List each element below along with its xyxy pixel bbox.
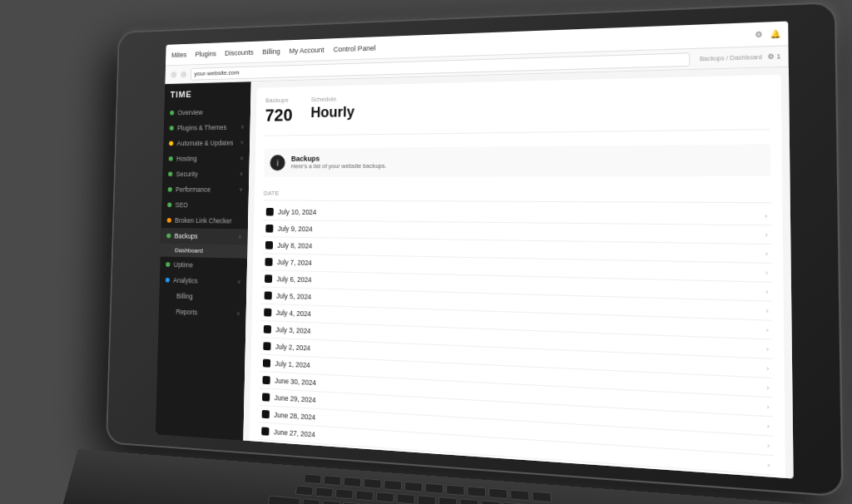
plugins-chevron: ∨ — [240, 124, 245, 131]
tablet-wrapper: Mites Plugins Discounts Billing My Accou… — [43, 15, 809, 489]
sidebar-label-dashboard: Dashboard — [175, 247, 203, 254]
key — [467, 487, 486, 497]
content-inner: Backups 720 Schedule Hourly i — [248, 75, 785, 479]
sidebar-item-performance[interactable]: Performance ∨ — [162, 182, 249, 198]
sidebar-item-seo[interactable]: SEO — [161, 197, 249, 213]
notification-icon[interactable]: 🔔 — [770, 29, 781, 38]
sidebar-item-backups[interactable]: Backups ∧ — [161, 228, 248, 245]
sidebar-label-billing: Billing — [176, 292, 193, 300]
backup-row-chevron: › — [765, 289, 768, 295]
performance-chevron: ∨ — [239, 186, 243, 193]
sidebar-item-uptime[interactable]: Uptime — [160, 256, 247, 274]
analytics-chevron: ∨ — [237, 279, 241, 285]
reports-chevron: ∨ — [236, 310, 240, 317]
backup-file-icon — [261, 427, 269, 435]
backup-file-icon — [264, 325, 271, 334]
backups-value: 720 — [265, 105, 292, 126]
nav-account[interactable]: My Account — [289, 46, 324, 55]
backup-row-chevron: › — [767, 462, 770, 468]
key — [404, 482, 422, 492]
sidebar-label-security: Security — [176, 170, 198, 178]
backup-row-chevron: › — [765, 231, 768, 238]
hosting-dot — [169, 156, 173, 161]
overview-dot — [170, 111, 174, 116]
gear-icon[interactable]: ⚙ — [755, 30, 762, 39]
nav-mites[interactable]: Mites — [171, 51, 186, 59]
schedule-value: Hourly — [310, 104, 354, 121]
backup-row-chevron: › — [767, 422, 770, 429]
info-box: i Backups Here's a list of your website … — [264, 144, 770, 177]
sidebar-logo: TIME — [165, 82, 251, 105]
nav-discounts[interactable]: Discounts — [225, 48, 254, 57]
sidebar-label-analytics: Analytics — [173, 276, 198, 284]
forward-button[interactable] — [181, 71, 186, 77]
sidebar-item-automate[interactable]: Automate & Updates ∨ — [163, 135, 250, 151]
tablet-body: Mites Plugins Discounts Billing My Accou… — [106, 2, 844, 497]
info-title: Backups — [291, 154, 387, 162]
security-chevron: ∨ — [240, 170, 244, 177]
backup-row-chevron: › — [766, 346, 769, 353]
security-dot — [168, 172, 172, 177]
key — [322, 500, 340, 504]
key — [323, 475, 341, 486]
sidebar-item-broken-link[interactable]: Broken Link Checker — [161, 213, 249, 230]
sidebar-label-reports: Reports — [176, 308, 197, 316]
key — [375, 492, 394, 502]
backup-file-icon — [265, 258, 272, 266]
sidebar-label-overview: Overview — [177, 108, 203, 116]
hosting-chevron: ∨ — [240, 156, 244, 162]
sidebar-item-security[interactable]: Security ∨ — [162, 166, 249, 182]
sidebar-item-plugins[interactable]: Plugins & Themes ∨ — [164, 119, 250, 136]
sidebar-label-backups: Backups — [174, 232, 197, 240]
top-nav: Mites Plugins Discounts Billing My Accou… — [171, 43, 376, 58]
sidebar-label-hosting: Hosting — [176, 155, 197, 162]
backups-label: Backups — [265, 96, 293, 104]
sidebar-item-hosting[interactable]: Hosting ∨ — [163, 151, 250, 166]
top-bar-right: ⚙ 🔔 — [755, 29, 780, 39]
sidebar-item-overview[interactable]: Overview — [164, 104, 250, 121]
uptime-dot — [166, 262, 170, 267]
back-button[interactable] — [171, 72, 176, 78]
stat-schedule: Schedule Hourly — [310, 95, 354, 125]
nav-control[interactable]: Control Panel — [334, 43, 376, 52]
automate-chevron: ∨ — [240, 140, 245, 146]
backup-date: July 10, 2024 — [278, 208, 765, 220]
key — [459, 498, 478, 504]
info-icon: i — [270, 155, 285, 170]
tablet: Mites Plugins Discounts Billing My Accou… — [77, 2, 844, 504]
sidebar-item-reports[interactable]: Reports ∨ — [159, 304, 246, 323]
key — [384, 480, 402, 491]
breadcrumb: Backups / Dashboard — [700, 54, 762, 62]
backup-file-icon — [262, 410, 270, 418]
backup-row-chevron: › — [767, 403, 770, 410]
backup-date: July 9, 2024 — [278, 225, 765, 239]
sidebar: TIME Overview Plugins & Themes ∨ Automat… — [156, 82, 251, 440]
key — [315, 487, 333, 497]
key — [438, 497, 457, 504]
backups-dot — [166, 234, 171, 239]
schedule-label: Schedule — [311, 95, 355, 103]
key — [343, 477, 361, 487]
sidebar-label-uptime: Uptime — [174, 260, 193, 269]
sidebar-label-plugins: Plugins & Themes — [177, 123, 227, 131]
nav-billing[interactable]: Billing — [262, 47, 280, 56]
sidebar-label-broken-link: Broken Link Checker — [175, 216, 232, 225]
backup-list-header: DATE — [263, 186, 770, 203]
url-text: your-website.com — [194, 69, 239, 77]
key — [396, 493, 414, 504]
sidebar-label-automate: Automate & Updates — [176, 139, 233, 147]
key — [334, 488, 353, 499]
key — [481, 500, 500, 504]
nav-plugins[interactable]: Plugins — [195, 49, 216, 57]
backup-file-icon — [263, 359, 270, 368]
backup-list: July 10, 2024›July 9, 2024›July 8, 2024›… — [258, 204, 775, 478]
backups-chevron: ∧ — [238, 234, 242, 240]
settings-icon[interactable]: ⚙ 1 — [768, 52, 781, 61]
backup-row-chevron: › — [765, 250, 768, 257]
key — [446, 485, 464, 496]
backup-file-icon — [265, 291, 272, 299]
key — [355, 490, 374, 501]
backup-file-icon — [261, 444, 269, 452]
backup-row-chevron: › — [766, 384, 769, 391]
main-content: Backups 720 Schedule Hourly i — [243, 67, 793, 479]
